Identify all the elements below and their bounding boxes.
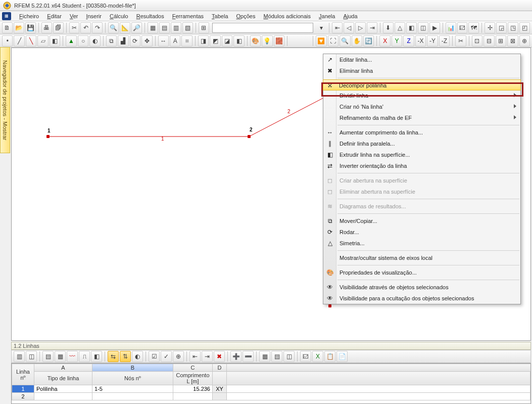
axis-y-button[interactable]: Y	[392, 35, 402, 47]
materials-button[interactable]: ◧	[406, 22, 417, 33]
view-trans-button[interactable]: ▧	[182, 22, 193, 33]
col-header-C[interactable]: ComprimentoL [m]	[173, 372, 213, 385]
tbl-sync-1-button[interactable]: ⇆	[108, 351, 119, 362]
tbl-btn-19[interactable]: ◫	[283, 351, 295, 362]
table-row[interactable]: 1Polilinha1-515.236XY	[12, 385, 530, 393]
tbl-btn-3[interactable]: ▤	[42, 351, 54, 362]
ctx-propriedades-de-visualiza-o[interactable]: 🎨Propriedades de visualização...	[323, 267, 520, 278]
menu-editar[interactable]: Editar	[43, 12, 66, 20]
open-file-button[interactable]: 📂	[14, 22, 24, 33]
results-3-button[interactable]: 🗺	[468, 22, 479, 33]
cut-button[interactable]: ✂	[69, 22, 80, 33]
tbl-btn-6[interactable]: ⎍	[79, 351, 90, 362]
view-xy-button[interactable]: ◩	[210, 35, 220, 47]
project-navigator-tab[interactable]: Navegador de projetos - Mostrar	[0, 47, 10, 153]
tbl-excel-button[interactable]: X	[312, 351, 323, 362]
menu-m-dulos-adicionais[interactable]: Módulos adicionais	[259, 12, 315, 20]
dropdown-arrow-icon[interactable]: ▾	[316, 22, 327, 33]
data-table[interactable]: Linha nº A B C D Tipo de linhaNós nºComp…	[11, 363, 531, 404]
hinge-tool-button[interactable]: ○	[78, 35, 88, 47]
ctx-extrudir-linha-na-superf-cie[interactable]: ◧Extrudir linha na superfície...	[323, 149, 520, 160]
dim-tool-button[interactable]: ↔	[158, 35, 169, 47]
row-number[interactable]: 2	[12, 393, 34, 400]
clip-button[interactable]: ✂	[455, 35, 466, 47]
ctx-aumentar-comprimento-da-linha[interactable]: ↔Aumentar comprimento da linha...	[323, 127, 520, 138]
solid-tool-button[interactable]: ◧	[50, 35, 60, 47]
table-row[interactable]: 2	[12, 393, 530, 400]
tbl-btn-7[interactable]: ◧	[91, 351, 102, 362]
print-preview-button[interactable]: 🗐	[53, 22, 64, 33]
axes-button[interactable]: ✢	[485, 22, 495, 33]
tbl-btn-2[interactable]: ◫	[26, 351, 37, 362]
node-tool-button[interactable]: •	[2, 35, 13, 47]
axis-x-button[interactable]: X	[379, 35, 390, 47]
menu-janela[interactable]: Janela	[315, 12, 339, 20]
copy-tool-button[interactable]: ⧉	[106, 35, 117, 47]
menu-ficheiro[interactable]: Ficheiro	[15, 12, 43, 20]
ctx-dividir-linha[interactable]: Dividir linha	[323, 90, 520, 101]
ctx-visibilidade-atrav-s-de-objetos-selecionados[interactable]: 👁Visibilidade através de objetos selecio…	[323, 282, 520, 293]
zoom-extents-button[interactable]: ⛶	[328, 35, 338, 47]
ctx-criar-n-na-linha[interactable]: Criar nó 'Na linha'	[323, 101, 520, 112]
ctx-editar-linha[interactable]: ↗Editar linha...	[323, 54, 520, 65]
snap-3-button[interactable]: ⊞	[496, 35, 506, 47]
cell[interactable]: Polilinha	[34, 385, 92, 393]
axis-neg-x-button[interactable]: -X	[415, 35, 426, 47]
filter-1-button[interactable]: 🔽	[316, 35, 326, 47]
nav-prev-button[interactable]: ◁	[344, 22, 354, 33]
ctx-mostrar-ocultar-sistema-de-eixos-local[interactable]: Mostrar/ocultar sistema de eixos local	[323, 252, 520, 263]
tbl-sync-2-button[interactable]: ⇅	[120, 351, 131, 362]
measure-button[interactable]: 📐	[120, 22, 130, 33]
menu-inserir[interactable]: Inserir	[82, 12, 106, 20]
results-1-button[interactable]: 📊	[446, 22, 456, 33]
mirror-tool-button[interactable]: ▟	[118, 35, 128, 47]
tbl-btn-1[interactable]: ▥	[14, 351, 25, 362]
snap-2-button[interactable]: ⊟	[483, 35, 494, 47]
texture-button[interactable]: 🧱	[274, 35, 284, 47]
light-button[interactable]: 💡	[262, 35, 272, 47]
menu-c-lculo[interactable]: Cálculo	[106, 12, 132, 20]
col-header-A[interactable]: Tipo de linha	[34, 372, 92, 385]
tbl-btn-20[interactable]: 🗠	[300, 351, 311, 362]
surface-tool-button[interactable]: ▱	[37, 35, 48, 47]
cell[interactable]	[34, 393, 92, 400]
planview-button[interactable]: ◳	[508, 22, 518, 33]
tbl-btn-17[interactable]: ▦	[259, 351, 270, 362]
support-tool-button[interactable]: ▲	[66, 35, 76, 47]
view-render-button[interactable]: ▥	[171, 22, 181, 33]
cell[interactable]: 15.236	[173, 385, 213, 393]
grid-button[interactable]: ⊞	[199, 22, 209, 33]
cell[interactable]	[173, 393, 213, 400]
save-button[interactable]: 💾	[25, 22, 36, 33]
new-file-button[interactable]: 🗎	[2, 22, 13, 33]
axis-neg-z-button[interactable]: -Z	[439, 35, 450, 47]
text-tool-button[interactable]: A	[170, 35, 180, 47]
snap-1-button[interactable]: ⊡	[472, 35, 482, 47]
col-letter-B[interactable]: B	[92, 364, 173, 372]
axis-z-button[interactable]: Z	[403, 35, 414, 47]
ctx-decompor-polilinha[interactable]: ⤩Decompor polilinha	[323, 79, 521, 91]
ctx-simetria[interactable]: △Simetria...	[323, 238, 520, 249]
section-tool-button[interactable]: ⌗	[181, 35, 192, 47]
cell[interactable]	[213, 393, 227, 400]
loads-button[interactable]: ⬇	[383, 22, 394, 33]
find-button[interactable]: 🔎	[131, 22, 142, 33]
member-tool-button[interactable]: ╲	[26, 35, 36, 47]
ctx-definir-linha-paralela[interactable]: ∥Definir linha paralela...	[323, 138, 520, 149]
menu-tabela[interactable]: Tabela	[208, 12, 232, 20]
menu-ferramentas[interactable]: Ferramentas	[168, 12, 208, 20]
zoom-window-button[interactable]: 🔍	[340, 35, 350, 47]
cell[interactable]: 1-5	[92, 385, 173, 393]
cell[interactable]: XY	[213, 385, 227, 393]
nav-first-button[interactable]: ⇤	[332, 22, 343, 33]
rotate-tool-button[interactable]: ⟳	[130, 35, 140, 47]
sections-button[interactable]: ◫	[418, 22, 428, 33]
supports-button[interactable]: △	[395, 22, 405, 33]
tbl-btn-10[interactable]: ✓	[161, 351, 172, 362]
line-tool-button[interactable]: ╱	[14, 35, 24, 47]
nav-next-button[interactable]: ▷	[355, 22, 366, 33]
ctx-eliminar-linha[interactable]: ✖Eliminar linha	[323, 65, 520, 76]
view-xz-button[interactable]: ◪	[222, 35, 232, 47]
move-tool-button[interactable]: ✥	[141, 35, 152, 47]
tbl-btn-11[interactable]: ⊕	[173, 351, 184, 362]
